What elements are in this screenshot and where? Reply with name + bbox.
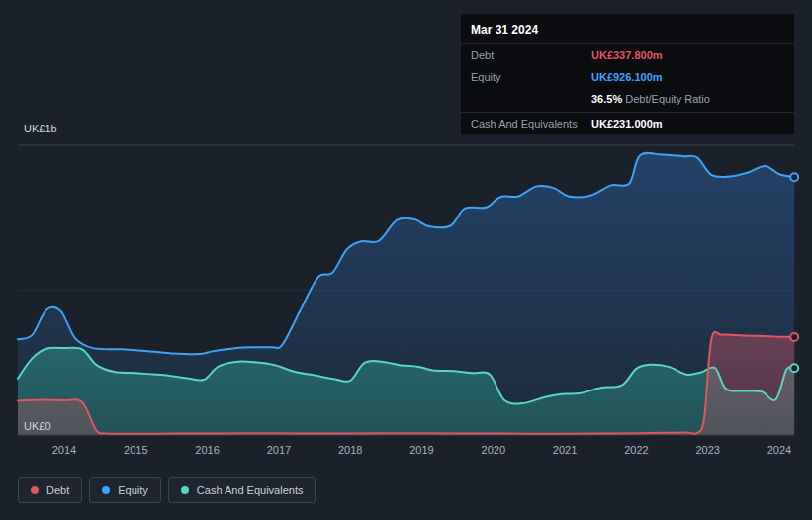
tooltip-row-debt: Debt UK£337.800m (461, 44, 794, 66)
tooltip-row-ratio: 36.5% Debt/Equity Ratio (461, 88, 794, 113)
debt-dot-icon (31, 486, 39, 494)
x-axis-label-2022: 2022 (614, 444, 658, 456)
tooltip-equity-label: Equity (471, 70, 591, 84)
x-axis-label-2023: 2023 (686, 444, 730, 456)
debt-endpoint-marker (790, 333, 798, 341)
y-axis-label-top: UK£1b (24, 123, 57, 134)
y-axis-label-bottom: UK£0 (24, 420, 51, 432)
legend-item-cash[interactable]: Cash And Equivalents (168, 477, 316, 503)
x-axis-label-2014: 2014 (43, 444, 86, 456)
cash-dot-icon (181, 486, 189, 494)
tooltip-debt-label: Debt (471, 48, 591, 62)
x-axis-label-2024: 2024 (758, 444, 801, 456)
tooltip-equity-value: UK£926.100m (591, 70, 663, 84)
x-axis-label-2017: 2017 (257, 444, 301, 456)
chart-legend: Debt Equity Cash And Equivalents (18, 477, 316, 503)
legend-debt-label: Debt (46, 484, 69, 496)
tooltip-ratio-label: Debt/Equity Ratio (625, 93, 710, 105)
x-axis-label-2020: 2020 (472, 444, 515, 456)
legend-cash-label: Cash And Equivalents (197, 484, 304, 496)
tooltip-ratio: 36.5% Debt/Equity Ratio (591, 92, 710, 106)
x-axis-label-2015: 2015 (114, 444, 157, 456)
x-axis-label-2018: 2018 (328, 444, 372, 456)
x-axis-label-2021: 2021 (543, 444, 586, 456)
chart-tooltip: Mar 31 2024 Debt UK£337.800m Equity UK£9… (461, 14, 794, 134)
legend-item-equity[interactable]: Equity (89, 477, 161, 503)
legend-equity-label: Equity (118, 484, 148, 496)
x-axis-label-2016: 2016 (186, 444, 229, 456)
tooltip-date: Mar 31 2024 (461, 14, 794, 44)
chart-stage: UK£1b UK£0 20142015201620172018201920202… (0, 0, 812, 520)
tooltip-ratio-value: 36.5% (591, 93, 622, 105)
tooltip-cash-label: Cash And Equivalents (471, 117, 591, 130)
legend-item-debt[interactable]: Debt (18, 477, 82, 503)
equity-endpoint-marker (790, 173, 798, 181)
tooltip-row-cash: Cash And Equivalents UK£231.000m (461, 113, 794, 134)
tooltip-cash-value: UK£231.000m (591, 117, 663, 130)
cash-endpoint-marker (790, 364, 798, 372)
tooltip-debt-value: UK£337.800m (591, 48, 663, 62)
tooltip-row-equity: Equity UK£926.100m (461, 66, 794, 88)
x-axis-label-2019: 2019 (401, 444, 444, 456)
equity-dot-icon (102, 486, 110, 494)
